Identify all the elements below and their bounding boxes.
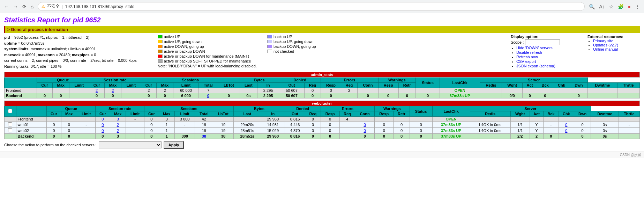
display-options-title: Display option:	[511, 35, 538, 39]
f-thrtle	[617, 88, 639, 93]
f-redis	[415, 88, 440, 93]
zoom-button[interactable]: 🔍	[587, 2, 596, 11]
forward-button[interactable]: →	[12, 2, 20, 11]
security-icon: ⚠	[42, 4, 45, 9]
online-manual-link[interactable]: Online manual	[593, 47, 618, 51]
f-ereq: 2	[341, 88, 357, 93]
apply-button[interactable]: Apply	[164, 141, 184, 149]
col-status: Status	[415, 78, 440, 88]
col-denied-req: Req	[304, 83, 321, 88]
wc-b-scur: 0	[96, 134, 110, 139]
wc-f-thrtle	[619, 117, 639, 122]
col-name	[5, 78, 37, 88]
json-export-link[interactable]: JSON export	[516, 64, 538, 68]
legend-box-maint	[158, 54, 163, 58]
more-button[interactable]: ⋮	[634, 2, 641, 11]
schema-link[interactable]: (schema)	[539, 64, 555, 68]
refresh-now-link[interactable]: Refresh now	[516, 55, 538, 59]
wc-f-limit: 3 000	[174, 117, 195, 122]
b-total: 0	[199, 93, 218, 98]
legend-active-up: active UP	[158, 35, 257, 39]
csv-export-link[interactable]: CSV export	[516, 59, 536, 64]
col-queue-limit: Limit	[69, 83, 89, 88]
syslimits-line: system limits: memmax = unlimited; ulimi…	[4, 46, 137, 52]
scope-input[interactable]	[525, 39, 560, 45]
b-retr: 0	[398, 93, 415, 98]
b-qmax: 0	[52, 93, 69, 98]
b-out: 50 607	[279, 93, 305, 98]
legend-label-active-up: active UP	[164, 35, 180, 39]
web01-slim	[126, 122, 144, 128]
b-act: 0	[522, 93, 537, 98]
extension-button[interactable]: 🧩	[616, 2, 625, 11]
admin-stats-table: admin_stats Queue Session rate Sessions …	[4, 72, 640, 98]
web02-wght: 1/1	[510, 128, 530, 134]
bookmark-button[interactable]: ☆	[608, 2, 615, 11]
conns-line: current conns = 2; current pipes = 0/0; …	[4, 58, 137, 64]
general-section-header: > General process information	[4, 26, 640, 33]
col-lastchk: LastChk	[440, 78, 480, 88]
legend-label-soft-stopped: active or backup SOFT STOPPED for mainte…	[164, 59, 251, 63]
web01-econn: 0	[355, 122, 375, 128]
wc-dwntme: Dwntme	[591, 111, 619, 117]
f-wght	[502, 88, 523, 93]
wc-f-lastchk	[470, 117, 510, 122]
web01-dwn: 0	[574, 122, 591, 128]
legend-soft-stopped: active or backup SOFT STOPPED for mainte…	[158, 59, 257, 63]
web01-qcur: 0	[47, 122, 61, 128]
admin-stats-section-row: admin_stats	[5, 72, 640, 78]
wc-b-ereq	[339, 134, 355, 139]
wc-col-warnings: Warnings	[375, 106, 410, 111]
wc-redis: Redis	[470, 111, 510, 117]
legend-backup-down-up: backup DOWN, going up	[267, 44, 316, 49]
wc-f-dwn	[574, 117, 591, 122]
home-button[interactable]: ⌂	[29, 2, 35, 11]
url-text: 192.168.198.131:8189/haproxy_stats	[65, 4, 581, 9]
wc-col-lastchk: LastChk	[432, 106, 470, 117]
reload-button[interactable]: ⟳	[21, 2, 28, 11]
wc-b-thrtle	[619, 134, 639, 139]
legend-right: backup UP backup UP, going down backup D…	[267, 35, 316, 69]
wc-ereq: Req	[339, 111, 355, 117]
wc-b-checkbox	[5, 134, 16, 139]
hide-down-link[interactable]: Hide 'DOWN' servers	[516, 46, 553, 50]
updates-link[interactable]: Updates (v2.7)	[593, 43, 618, 47]
legend-backup-up: backup UP	[267, 35, 316, 39]
web01-checkbox-cell[interactable]	[5, 122, 16, 128]
web01-last: 29m20s	[233, 122, 261, 128]
address-bar[interactable]: ⚠ 不安全 | 192.168.198.131:8189/haproxy_sta…	[38, 2, 585, 11]
wc-b-name: Backend	[16, 134, 47, 139]
reader-button[interactable]: A↑	[598, 2, 606, 11]
action-select[interactable]: Set state to READY Set state to DRAIN Se…	[99, 141, 162, 148]
web02-checkbox[interactable]	[8, 128, 12, 132]
select-all-checkbox[interactable]	[8, 109, 12, 113]
back-button[interactable]: ←	[3, 2, 10, 11]
web01-thrtle: -	[619, 122, 639, 128]
process-info-text: pid = 9652 (process #1, nbproc = 1, nbth…	[4, 35, 137, 69]
web01-status: 37m33s UP	[432, 122, 470, 128]
legend-note-text: Note: "NOLB"/"DRAIN" = UP with load-bala…	[158, 64, 257, 68]
webcluster-table: webcluster Queue Session rate Sessions B…	[4, 101, 640, 139]
wc-b-qlimit	[77, 134, 95, 139]
web01-lastchk: L4OK in 0ms	[470, 122, 510, 128]
web02-thrtle: -	[619, 128, 639, 134]
wc-b-max: 1	[159, 134, 174, 139]
primary-site-link[interactable]: Primary site	[593, 39, 613, 43]
wc-f-scur: 0	[96, 117, 110, 122]
scope-row: Scope :	[511, 39, 581, 45]
profile-button[interactable]: ●	[627, 2, 632, 11]
col-max: Max	[156, 83, 173, 88]
web01-checkbox[interactable]	[8, 122, 12, 126]
web01-bck: -	[544, 122, 559, 128]
admin-stats-header-2: Cur Max Limit Cur Max Limit Cur Max Limi…	[5, 83, 640, 88]
b-limit: 6 000	[173, 93, 199, 98]
f-out: 50 607	[279, 88, 305, 93]
col-queue: Queue	[37, 78, 89, 83]
web02-checkbox-cell[interactable]	[5, 128, 16, 134]
wc-f-cur: 0	[144, 117, 159, 122]
col-warnings: Warnings	[378, 78, 415, 83]
web02-qlimit: -	[77, 128, 95, 134]
web02-eresp: 0	[375, 128, 394, 134]
disable-refresh-link[interactable]: Disable refresh	[516, 50, 542, 54]
web01-lbtot: 19	[213, 122, 234, 128]
